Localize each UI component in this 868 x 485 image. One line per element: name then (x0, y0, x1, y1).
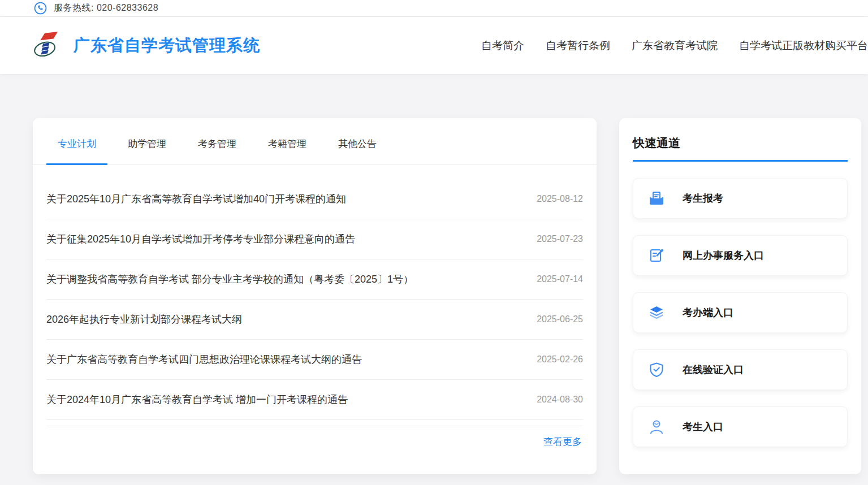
news-date: 2025-07-23 (537, 234, 583, 244)
hotline-bar: 服务热线: 020-62833628 (0, 0, 868, 17)
hotline-text: 服务热线: 020-62833628 (54, 2, 158, 14)
quick-link-candidate-registration[interactable]: 考生报考 (633, 178, 848, 219)
news-date: 2024-08-30 (537, 395, 583, 405)
news-date: 2025-02-26 (537, 354, 583, 365)
inbox-icon (649, 190, 664, 206)
quick-link-label: 考生报考 (683, 192, 723, 205)
news-item[interactable]: 2026年起执行专业新计划部分课程考试大纲 2025-06-25 (46, 300, 583, 340)
news-list: 关于2025年10月广东省高等教育自学考试增加40门开考课程的通知 2025-0… (33, 165, 597, 420)
shield-check-icon (649, 362, 664, 378)
view-more-link[interactable]: 查看更多 (543, 436, 582, 447)
news-item[interactable]: 关于广东省高等教育自学考试四门思想政治理论课课程考试大纲的通告 2025-02-… (46, 340, 583, 380)
quick-link-label: 考生入口 (683, 420, 723, 434)
quick-channel-panel: 快速通道 考生报考 (619, 118, 861, 474)
nav-item-interim-regulations[interactable]: 自考暂行条例 (546, 38, 610, 53)
news-title-link[interactable]: 关于调整我省高等教育自学考试 部分专业主考学校的通知（粤考委〔2025〕1号） (46, 272, 413, 286)
brand[interactable]: 广东省自学考试管理系统 (33, 31, 260, 60)
nav-item-textbook-purchase-platform[interactable]: 自学考试正版教材购买平台 (739, 38, 868, 53)
layers-icon (649, 305, 664, 321)
news-item[interactable]: 关于2025年10月广东省高等教育自学考试增加40门开考课程的通知 2025-0… (46, 179, 583, 219)
news-item[interactable]: 关于调整我省高等教育自学考试 部分专业主考学校的通知（粤考委〔2025〕1号） … (46, 259, 583, 300)
news-date: 2025-06-25 (537, 314, 583, 324)
quick-link-label: 网上办事服务入口 (683, 249, 764, 262)
news-title-link[interactable]: 关于2025年10月广东省高等教育自学考试增加40门开考课程的通知 (46, 192, 346, 206)
quick-link-label: 在线验证入口 (683, 363, 744, 376)
nav-item-selfexam-intro[interactable]: 自考简介 (481, 38, 524, 53)
header-nav: 自考简介 自考暂行条例 广东省教育考试院 自学考试正版教材购买平台 (481, 38, 868, 53)
quick-link-label: 考办端入口 (683, 306, 733, 319)
quick-link-candidate-entry[interactable]: 考生入口 (633, 406, 848, 447)
news-date: 2025-07-14 (537, 274, 583, 284)
quick-channel-title: 快速通道 (633, 135, 848, 151)
notice-panel: 专业计划 助学管理 考务管理 考籍管理 其他公告 关于2025年10月广东省高等… (33, 118, 597, 474)
news-item[interactable]: 关于征集2025年10月自学考试增加开考停考专业部分课程意向的通告 2025-0… (46, 219, 583, 259)
tab-exam-affairs[interactable]: 考务管理 (187, 137, 248, 164)
tab-exam-records[interactable]: 考籍管理 (257, 137, 318, 164)
nav-item-gd-education-exam-authority[interactable]: 广东省教育考试院 (632, 38, 718, 53)
page-title: 广东省自学考试管理系统 (74, 34, 260, 57)
news-item[interactable]: 关于2024年10月广东省高等教育自学考试 增加一门开考课程的通告 2024-0… (46, 380, 583, 420)
tab-other-notices[interactable]: 其他公告 (327, 137, 388, 164)
document-edit-icon (649, 248, 664, 263)
quick-link-exam-office-entry[interactable]: 考办端入口 (633, 292, 848, 333)
news-title-link[interactable]: 关于征集2025年10月自学考试增加开考停考专业部分课程意向的通告 (46, 232, 355, 246)
news-date: 2025-08-12 (537, 194, 583, 204)
notice-panel-footer: 查看更多 (33, 426, 597, 448)
phone-icon (34, 2, 47, 15)
site-header: 广东省自学考试管理系统 自考简介 自考暂行条例 广东省教育考试院 自学考试正版教… (0, 17, 868, 74)
gd-selfstudy-exam-logo (33, 31, 59, 60)
main-content: 专业计划 助学管理 考务管理 考籍管理 其他公告 关于2025年10月广东省高等… (0, 74, 868, 474)
quick-link-online-verification-entry[interactable]: 在线验证入口 (633, 349, 848, 390)
news-title-link[interactable]: 关于2024年10月广东省高等教育自学考试 增加一门开考课程的通告 (46, 393, 348, 406)
news-title-link[interactable]: 2026年起执行专业新计划部分课程考试大纲 (46, 313, 242, 326)
news-title-link[interactable]: 关于广东省高等教育自学考试四门思想政治理论课课程考试大纲的通告 (46, 353, 362, 366)
user-icon (649, 419, 664, 435)
quick-link-online-services-entry[interactable]: 网上办事服务入口 (633, 235, 848, 276)
tab-major-plans[interactable]: 专业计划 (46, 137, 107, 164)
notice-tabs: 专业计划 助学管理 考务管理 考籍管理 其他公告 (33, 118, 597, 165)
tab-study-support[interactable]: 助学管理 (116, 137, 178, 164)
quick-title-underline (633, 160, 848, 162)
